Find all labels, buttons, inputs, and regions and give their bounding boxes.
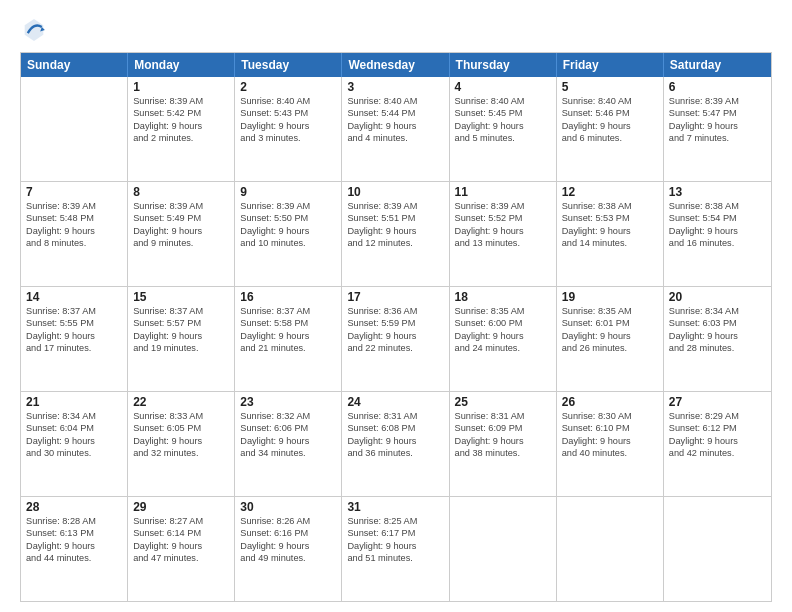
calendar-cell: 18Sunrise: 8:35 AMSunset: 6:00 PMDayligh… <box>450 287 557 391</box>
calendar-cell: 28Sunrise: 8:28 AMSunset: 6:13 PMDayligh… <box>21 497 128 601</box>
day-number: 24 <box>347 395 443 409</box>
cell-info-line: Sunset: 6:16 PM <box>240 527 336 539</box>
cell-info-line: and 10 minutes. <box>240 237 336 249</box>
cell-info-line: Sunset: 6:12 PM <box>669 422 766 434</box>
cell-info-line: and 12 minutes. <box>347 237 443 249</box>
cell-info-line: Sunrise: 8:35 AM <box>562 305 658 317</box>
cell-info-line: Sunset: 6:05 PM <box>133 422 229 434</box>
cell-info-line: Sunrise: 8:30 AM <box>562 410 658 422</box>
day-number: 13 <box>669 185 766 199</box>
cell-info-line: and 17 minutes. <box>26 342 122 354</box>
cell-info-line: Daylight: 9 hours <box>133 120 229 132</box>
cell-info-line: Sunrise: 8:25 AM <box>347 515 443 527</box>
cell-info-line: and 8 minutes. <box>26 237 122 249</box>
cell-info-line: Sunset: 5:55 PM <box>26 317 122 329</box>
calendar-week-2: 7Sunrise: 8:39 AMSunset: 5:48 PMDaylight… <box>21 182 771 287</box>
calendar-cell: 12Sunrise: 8:38 AMSunset: 5:53 PMDayligh… <box>557 182 664 286</box>
cell-info-line: Sunset: 5:57 PM <box>133 317 229 329</box>
calendar-cell: 2Sunrise: 8:40 AMSunset: 5:43 PMDaylight… <box>235 77 342 181</box>
cell-info-line: and 2 minutes. <box>133 132 229 144</box>
cell-info-line: and 13 minutes. <box>455 237 551 249</box>
cell-info-line: Daylight: 9 hours <box>347 120 443 132</box>
cell-info-line: Sunset: 5:58 PM <box>240 317 336 329</box>
cell-info-line: Sunset: 6:00 PM <box>455 317 551 329</box>
calendar-cell: 31Sunrise: 8:25 AMSunset: 6:17 PMDayligh… <box>342 497 449 601</box>
cell-info-line: Sunrise: 8:39 AM <box>455 200 551 212</box>
cell-info-line: and 5 minutes. <box>455 132 551 144</box>
cell-info-line: Sunset: 6:17 PM <box>347 527 443 539</box>
cell-info-line: Sunrise: 8:38 AM <box>562 200 658 212</box>
calendar-cell: 15Sunrise: 8:37 AMSunset: 5:57 PMDayligh… <box>128 287 235 391</box>
cell-info-line: Sunrise: 8:34 AM <box>669 305 766 317</box>
cell-info-line: Sunrise: 8:34 AM <box>26 410 122 422</box>
cell-info-line: and 32 minutes. <box>133 447 229 459</box>
calendar-cell: 25Sunrise: 8:31 AMSunset: 6:09 PMDayligh… <box>450 392 557 496</box>
page: SundayMondayTuesdayWednesdayThursdayFrid… <box>0 0 792 612</box>
cell-info-line: Daylight: 9 hours <box>562 435 658 447</box>
cal-header-thursday: Thursday <box>450 53 557 77</box>
cell-info-line: Sunset: 6:14 PM <box>133 527 229 539</box>
day-number: 3 <box>347 80 443 94</box>
day-number: 11 <box>455 185 551 199</box>
day-number: 14 <box>26 290 122 304</box>
calendar-cell: 1Sunrise: 8:39 AMSunset: 5:42 PMDaylight… <box>128 77 235 181</box>
day-number: 16 <box>240 290 336 304</box>
cell-info-line: Daylight: 9 hours <box>347 225 443 237</box>
day-number: 31 <box>347 500 443 514</box>
cell-info-line: Sunrise: 8:38 AM <box>669 200 766 212</box>
calendar-cell: 20Sunrise: 8:34 AMSunset: 6:03 PMDayligh… <box>664 287 771 391</box>
cal-header-saturday: Saturday <box>664 53 771 77</box>
calendar-cell: 27Sunrise: 8:29 AMSunset: 6:12 PMDayligh… <box>664 392 771 496</box>
day-number: 18 <box>455 290 551 304</box>
cell-info-line: Sunrise: 8:40 AM <box>562 95 658 107</box>
cell-info-line: and 16 minutes. <box>669 237 766 249</box>
cell-info-line: Sunset: 5:49 PM <box>133 212 229 224</box>
cell-info-line: Sunset: 6:03 PM <box>669 317 766 329</box>
calendar-cell: 11Sunrise: 8:39 AMSunset: 5:52 PMDayligh… <box>450 182 557 286</box>
calendar-cell <box>557 497 664 601</box>
cell-info-line: Sunset: 5:52 PM <box>455 212 551 224</box>
cell-info-line: Daylight: 9 hours <box>240 330 336 342</box>
header <box>20 16 772 44</box>
cell-info-line: Daylight: 9 hours <box>455 435 551 447</box>
calendar-week-5: 28Sunrise: 8:28 AMSunset: 6:13 PMDayligh… <box>21 497 771 601</box>
cell-info-line: Sunrise: 8:39 AM <box>26 200 122 212</box>
cell-info-line: Sunset: 5:46 PM <box>562 107 658 119</box>
calendar-cell: 16Sunrise: 8:37 AMSunset: 5:58 PMDayligh… <box>235 287 342 391</box>
cell-info-line: Sunset: 5:44 PM <box>347 107 443 119</box>
cell-info-line: Daylight: 9 hours <box>669 225 766 237</box>
cell-info-line: Daylight: 9 hours <box>240 225 336 237</box>
cal-header-tuesday: Tuesday <box>235 53 342 77</box>
calendar-cell: 13Sunrise: 8:38 AMSunset: 5:54 PMDayligh… <box>664 182 771 286</box>
cell-info-line: Daylight: 9 hours <box>455 225 551 237</box>
cell-info-line: Sunrise: 8:39 AM <box>133 95 229 107</box>
cell-info-line: and 44 minutes. <box>26 552 122 564</box>
day-number: 19 <box>562 290 658 304</box>
cell-info-line: Daylight: 9 hours <box>669 120 766 132</box>
calendar-cell: 17Sunrise: 8:36 AMSunset: 5:59 PMDayligh… <box>342 287 449 391</box>
calendar-cell <box>450 497 557 601</box>
cell-info-line: Sunset: 5:42 PM <box>133 107 229 119</box>
cell-info-line: Sunset: 5:50 PM <box>240 212 336 224</box>
cell-info-line: Sunrise: 8:29 AM <box>669 410 766 422</box>
cell-info-line: Daylight: 9 hours <box>562 120 658 132</box>
day-number: 15 <box>133 290 229 304</box>
calendar-cell: 30Sunrise: 8:26 AMSunset: 6:16 PMDayligh… <box>235 497 342 601</box>
cell-info-line: Daylight: 9 hours <box>562 330 658 342</box>
cell-info-line: and 51 minutes. <box>347 552 443 564</box>
cell-info-line: Sunset: 5:43 PM <box>240 107 336 119</box>
calendar-cell: 5Sunrise: 8:40 AMSunset: 5:46 PMDaylight… <box>557 77 664 181</box>
cal-header-sunday: Sunday <box>21 53 128 77</box>
cell-info-line: Daylight: 9 hours <box>133 225 229 237</box>
cell-info-line: Sunrise: 8:39 AM <box>669 95 766 107</box>
day-number: 10 <box>347 185 443 199</box>
day-number: 20 <box>669 290 766 304</box>
cell-info-line: Sunrise: 8:32 AM <box>240 410 336 422</box>
cell-info-line: Sunrise: 8:39 AM <box>133 200 229 212</box>
cell-info-line: Daylight: 9 hours <box>669 435 766 447</box>
calendar-cell: 6Sunrise: 8:39 AMSunset: 5:47 PMDaylight… <box>664 77 771 181</box>
logo <box>20 16 52 44</box>
cell-info-line: and 40 minutes. <box>562 447 658 459</box>
calendar-cell: 23Sunrise: 8:32 AMSunset: 6:06 PMDayligh… <box>235 392 342 496</box>
calendar-cell: 7Sunrise: 8:39 AMSunset: 5:48 PMDaylight… <box>21 182 128 286</box>
